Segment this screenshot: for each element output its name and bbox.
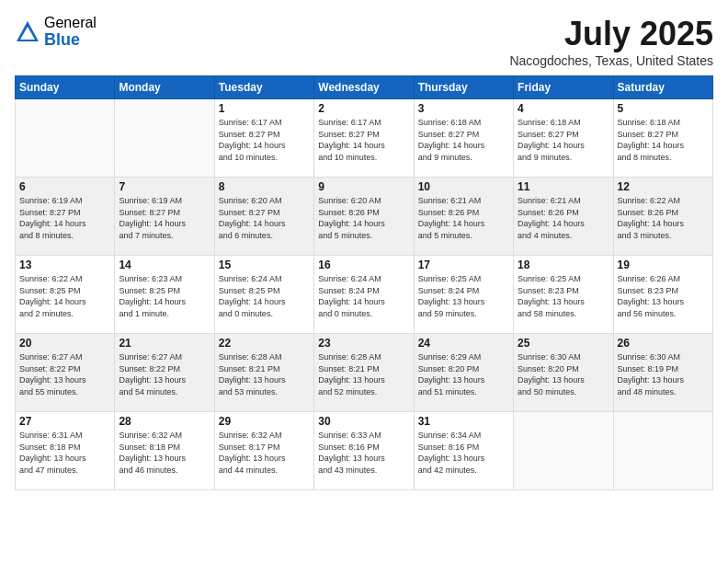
day-number: 13 [19,259,110,271]
day-number: 18 [518,259,609,271]
col-header-wednesday: Wednesday [314,76,414,99]
day-number: 15 [219,259,310,271]
page-header: General Blue July 2025 Nacogdoches, Texa… [15,15,713,68]
day-info: Sunrise: 6:19 AM Sunset: 8:27 PM Dayligh… [19,195,110,241]
calendar-cell: 24Sunrise: 6:29 AM Sunset: 8:20 PM Dayli… [414,334,513,412]
calendar-cell: 6Sunrise: 6:19 AM Sunset: 8:27 PM Daylig… [16,178,115,256]
day-number: 16 [318,259,409,271]
day-number: 9 [318,180,409,193]
day-number: 17 [418,259,509,271]
logo-text: General Blue [44,15,97,49]
day-info: Sunrise: 6:23 AM Sunset: 8:25 PM Dayligh… [119,273,210,319]
calendar-cell: 9Sunrise: 6:20 AM Sunset: 8:26 PM Daylig… [314,178,414,256]
calendar-cell: 3Sunrise: 6:18 AM Sunset: 8:27 PM Daylig… [414,99,513,178]
calendar-cell: 20Sunrise: 6:27 AM Sunset: 8:22 PM Dayli… [16,334,115,412]
day-info: Sunrise: 6:24 AM Sunset: 8:25 PM Dayligh… [219,273,310,319]
calendar-cell: 7Sunrise: 6:19 AM Sunset: 8:27 PM Daylig… [115,178,214,256]
day-number: 19 [618,259,709,271]
day-info: Sunrise: 6:28 AM Sunset: 8:21 PM Dayligh… [219,351,310,397]
day-number: 22 [219,337,310,350]
day-info: Sunrise: 6:22 AM Sunset: 8:25 PM Dayligh… [19,273,110,319]
calendar-cell: 23Sunrise: 6:28 AM Sunset: 8:21 PM Dayli… [314,334,414,412]
day-number: 5 [618,102,709,115]
day-info: Sunrise: 6:17 AM Sunset: 8:27 PM Dayligh… [219,117,310,163]
day-number: 20 [19,337,110,350]
day-info: Sunrise: 6:20 AM Sunset: 8:27 PM Dayligh… [219,195,310,241]
calendar-cell: 13Sunrise: 6:22 AM Sunset: 8:25 PM Dayli… [16,256,115,334]
calendar: SundayMondayTuesdayWednesdayThursdayFrid… [15,75,713,490]
month-year: July 2025 [509,15,713,53]
calendar-cell [115,99,214,178]
day-number: 25 [518,337,609,350]
day-number: 3 [418,102,509,115]
calendar-week-row: 13Sunrise: 6:22 AM Sunset: 8:25 PM Dayli… [16,256,713,334]
day-number: 28 [119,415,210,428]
day-number: 30 [318,415,409,428]
day-number: 6 [19,180,110,193]
col-header-monday: Monday [115,76,214,99]
day-info: Sunrise: 6:17 AM Sunset: 8:27 PM Dayligh… [318,117,409,163]
calendar-cell: 8Sunrise: 6:20 AM Sunset: 8:27 PM Daylig… [214,178,313,256]
day-number: 27 [19,415,110,428]
calendar-cell: 21Sunrise: 6:27 AM Sunset: 8:22 PM Dayli… [115,334,214,412]
day-info: Sunrise: 6:32 AM Sunset: 8:17 PM Dayligh… [219,430,310,476]
day-info: Sunrise: 6:29 AM Sunset: 8:20 PM Dayligh… [418,351,509,397]
calendar-week-row: 27Sunrise: 6:31 AM Sunset: 8:18 PM Dayli… [16,412,713,490]
day-info: Sunrise: 6:18 AM Sunset: 8:27 PM Dayligh… [518,117,609,163]
calendar-cell: 26Sunrise: 6:30 AM Sunset: 8:19 PM Dayli… [613,334,712,412]
calendar-week-row: 6Sunrise: 6:19 AM Sunset: 8:27 PM Daylig… [16,178,713,256]
day-number: 29 [219,415,310,428]
calendar-cell: 22Sunrise: 6:28 AM Sunset: 8:21 PM Dayli… [214,334,313,412]
calendar-week-row: 20Sunrise: 6:27 AM Sunset: 8:22 PM Dayli… [16,334,713,412]
day-number: 2 [318,102,409,115]
calendar-cell: 4Sunrise: 6:18 AM Sunset: 8:27 PM Daylig… [514,99,613,178]
day-number: 11 [518,180,609,193]
title-area: July 2025 Nacogdoches, Texas, United Sta… [509,15,713,68]
calendar-cell: 27Sunrise: 6:31 AM Sunset: 8:18 PM Dayli… [16,412,115,490]
day-number: 12 [618,180,709,193]
day-info: Sunrise: 6:22 AM Sunset: 8:26 PM Dayligh… [618,195,709,241]
calendar-cell: 15Sunrise: 6:24 AM Sunset: 8:25 PM Dayli… [214,256,313,334]
day-info: Sunrise: 6:20 AM Sunset: 8:26 PM Dayligh… [318,195,409,241]
day-info: Sunrise: 6:30 AM Sunset: 8:19 PM Dayligh… [618,351,709,397]
day-info: Sunrise: 6:27 AM Sunset: 8:22 PM Dayligh… [19,351,110,397]
calendar-cell: 19Sunrise: 6:26 AM Sunset: 8:23 PM Dayli… [613,256,712,334]
calendar-cell: 31Sunrise: 6:34 AM Sunset: 8:16 PM Dayli… [414,412,513,490]
day-info: Sunrise: 6:33 AM Sunset: 8:16 PM Dayligh… [318,430,409,476]
calendar-cell: 2Sunrise: 6:17 AM Sunset: 8:27 PM Daylig… [314,99,414,178]
day-number: 24 [418,337,509,350]
calendar-cell: 29Sunrise: 6:32 AM Sunset: 8:17 PM Dayli… [214,412,313,490]
day-info: Sunrise: 6:27 AM Sunset: 8:22 PM Dayligh… [119,351,210,397]
day-number: 14 [119,259,210,271]
col-header-saturday: Saturday [613,76,712,99]
calendar-cell: 16Sunrise: 6:24 AM Sunset: 8:24 PM Dayli… [314,256,414,334]
day-info: Sunrise: 6:28 AM Sunset: 8:21 PM Dayligh… [318,351,409,397]
day-info: Sunrise: 6:19 AM Sunset: 8:27 PM Dayligh… [119,195,210,241]
day-info: Sunrise: 6:25 AM Sunset: 8:23 PM Dayligh… [518,273,609,319]
calendar-cell [514,412,613,490]
day-info: Sunrise: 6:32 AM Sunset: 8:18 PM Dayligh… [119,430,210,476]
day-info: Sunrise: 6:18 AM Sunset: 8:27 PM Dayligh… [418,117,509,163]
calendar-cell [16,99,115,178]
calendar-cell: 12Sunrise: 6:22 AM Sunset: 8:26 PM Dayli… [613,178,712,256]
day-info: Sunrise: 6:25 AM Sunset: 8:24 PM Dayligh… [418,273,509,319]
day-info: Sunrise: 6:34 AM Sunset: 8:16 PM Dayligh… [418,430,509,476]
calendar-cell: 28Sunrise: 6:32 AM Sunset: 8:18 PM Dayli… [115,412,214,490]
logo-blue: Blue [44,31,97,50]
day-info: Sunrise: 6:24 AM Sunset: 8:24 PM Dayligh… [318,273,409,319]
location: Nacogdoches, Texas, United States [509,53,713,68]
calendar-cell: 17Sunrise: 6:25 AM Sunset: 8:24 PM Dayli… [414,256,513,334]
day-info: Sunrise: 6:30 AM Sunset: 8:20 PM Dayligh… [518,351,609,397]
col-header-friday: Friday [514,76,613,99]
logo-general: General [44,15,97,31]
day-number: 4 [518,102,609,115]
calendar-cell: 25Sunrise: 6:30 AM Sunset: 8:20 PM Dayli… [514,334,613,412]
day-number: 10 [418,180,509,193]
col-header-sunday: Sunday [16,76,115,99]
calendar-week-row: 1Sunrise: 6:17 AM Sunset: 8:27 PM Daylig… [16,99,713,178]
day-number: 8 [219,180,310,193]
day-number: 23 [318,337,409,350]
day-info: Sunrise: 6:21 AM Sunset: 8:26 PM Dayligh… [518,195,609,241]
calendar-header-row: SundayMondayTuesdayWednesdayThursdayFrid… [16,76,713,99]
day-number: 31 [418,415,509,428]
